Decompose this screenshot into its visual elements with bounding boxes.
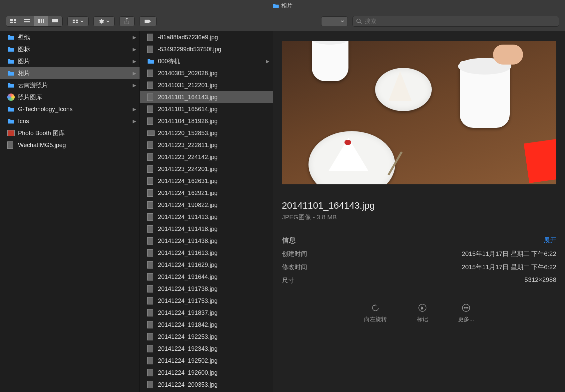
svg-point-22 xyxy=(465,307,466,308)
more-actions-button[interactable]: 更多... xyxy=(458,303,474,323)
file-row[interactable]: 20141224_191842.jpg xyxy=(140,319,273,331)
chevron-down-icon xyxy=(106,20,110,22)
dimensions-label: 尺寸 xyxy=(282,276,294,285)
svg-rect-2 xyxy=(10,22,13,23)
file-row[interactable]: 20141223_224201.jpg xyxy=(140,163,273,175)
svg-rect-17 xyxy=(76,21,78,23)
file-row[interactable]: -53492299db53750f.jpg xyxy=(140,43,273,55)
window-title: 相片 xyxy=(281,2,292,10)
titlebar: 相片 xyxy=(0,0,565,11)
file-icon xyxy=(147,178,155,184)
file-row[interactable]: 20141224_191629.jpg xyxy=(140,259,273,271)
expand-info-button[interactable]: 展开 xyxy=(544,236,556,245)
file-row[interactable]: 20141224_191613.jpg xyxy=(140,247,273,259)
row-label: 20141101_164143.jpg xyxy=(158,94,270,101)
group-by-button[interactable] xyxy=(67,16,89,26)
file-icon xyxy=(147,369,155,376)
rotate-left-button[interactable]: 向左旋转 xyxy=(364,303,387,323)
share-button[interactable] xyxy=(119,16,135,26)
file-icon xyxy=(147,274,155,280)
file-row[interactable]: 20140305_202028.jpg xyxy=(140,67,273,79)
file-icon xyxy=(147,82,155,89)
file-row[interactable]: Photo Booth 图库 xyxy=(0,127,140,139)
file-icon xyxy=(147,70,155,77)
file-row[interactable]: 20141224_191438.jpg xyxy=(140,235,273,247)
chevron-down-icon xyxy=(341,20,344,22)
file-row[interactable]: 20141220_152853.jpg xyxy=(140,127,273,139)
folder-row[interactable]: 云南游照片▶ xyxy=(0,79,140,91)
row-label: 云南游照片 xyxy=(18,81,129,89)
column-1[interactable]: 壁纸▶图标▶图片▶相片▶云南游照片▶照片图库G-Technology_Icons… xyxy=(0,31,140,392)
folder-row[interactable]: 图片▶ xyxy=(0,55,140,67)
file-row[interactable]: 20141223_222811.jpg xyxy=(140,139,273,151)
folder-icon xyxy=(7,82,15,89)
view-list-button[interactable] xyxy=(20,16,34,26)
svg-rect-9 xyxy=(43,19,44,23)
folder-row[interactable]: 壁纸▶ xyxy=(0,31,140,43)
chevron-right-icon: ▶ xyxy=(133,35,136,40)
folder-row[interactable]: Icns▶ xyxy=(0,115,140,127)
folder-row[interactable]: G-Technology_Icons▶ xyxy=(0,103,140,115)
file-row[interactable]: 20141101_164143.jpg xyxy=(140,91,273,103)
row-label: -53492299db53750f.jpg xyxy=(158,46,270,53)
chevron-right-icon: ▶ xyxy=(133,106,136,112)
column-2[interactable]: -81a88fad57236e9.jpg-53492299db53750f.jp… xyxy=(140,31,273,392)
search-field[interactable] xyxy=(352,16,559,27)
view-column-button[interactable] xyxy=(34,16,48,26)
search-input[interactable] xyxy=(365,18,555,25)
tags-button[interactable] xyxy=(139,16,157,26)
file-icon xyxy=(147,154,155,160)
folder-row[interactable]: 图标▶ xyxy=(0,43,140,55)
path-control[interactable] xyxy=(321,16,348,26)
file-row[interactable]: 20141224_192343.jpg xyxy=(140,343,273,355)
file-row[interactable]: 20141224_192502.jpg xyxy=(140,355,273,367)
file-row[interactable]: 20141224_192600.jpg xyxy=(140,367,273,379)
file-row[interactable]: -81a88fad57236e9.jpg xyxy=(140,31,273,43)
view-icon-button[interactable] xyxy=(6,16,20,26)
svg-rect-3 xyxy=(14,22,16,23)
file-row[interactable]: 20141223_224142.jpg xyxy=(140,151,273,163)
file-row[interactable]: 20141031_212201.jpg xyxy=(140,79,273,91)
file-row[interactable]: 20141224_191418.jpg xyxy=(140,223,273,235)
file-icon xyxy=(147,286,155,292)
svg-point-23 xyxy=(467,307,468,308)
file-icon xyxy=(147,106,155,112)
file-row[interactable]: 20141104_181926.jpg xyxy=(140,115,273,127)
gear-icon xyxy=(98,18,104,24)
file-row[interactable]: 20141101_165614.jpg xyxy=(140,103,273,115)
markup-button[interactable]: 标记 xyxy=(417,303,428,323)
folder-row[interactable]: 000待机▶ xyxy=(140,55,273,67)
file-icon xyxy=(147,166,155,172)
file-row[interactable]: 20141224_200353.jpg xyxy=(140,379,273,391)
file-row[interactable]: WechatIMG5.jpeg xyxy=(0,139,140,151)
preview-subtitle: JPEG图像 - 3.8 MB xyxy=(282,213,556,222)
svg-rect-13 xyxy=(56,23,58,23)
file-row[interactable]: 20141224_191837.jpg xyxy=(140,307,273,319)
file-icon xyxy=(147,94,155,100)
modified-value: 2015年11月17日 星期二 下午6:22 xyxy=(462,263,556,272)
file-row[interactable]: 20141224_190822.jpg xyxy=(140,199,273,211)
created-label: 创建时间 xyxy=(282,250,307,258)
file-row[interactable]: 20141224_192253.jpg xyxy=(140,331,273,343)
file-row[interactable]: 20141224_191413.jpg xyxy=(140,211,273,223)
folder-icon xyxy=(7,46,15,53)
file-icon xyxy=(147,250,155,256)
preview-image[interactable] xyxy=(282,41,556,184)
file-icon xyxy=(147,309,155,316)
file-row[interactable]: 20141224_191644.jpg xyxy=(140,271,273,283)
view-gallery-button[interactable] xyxy=(48,16,62,26)
created-value: 2015年11月17日 星期二 下午6:22 xyxy=(462,250,556,258)
file-row[interactable]: 20141224_191753.jpg xyxy=(140,295,273,307)
action-menu-button[interactable] xyxy=(93,16,115,26)
svg-rect-6 xyxy=(24,23,30,23)
svg-rect-4 xyxy=(24,19,30,20)
file-row[interactable]: 20141224_162921.jpg xyxy=(140,187,273,199)
svg-rect-7 xyxy=(38,19,40,23)
file-icon xyxy=(7,142,15,148)
file-icon xyxy=(147,357,155,364)
file-row[interactable]: 20141224_191738.jpg xyxy=(140,283,273,295)
folder-row[interactable]: 相片▶ xyxy=(0,67,140,79)
file-row[interactable]: 照片图库 xyxy=(0,91,140,103)
file-row[interactable]: 20141224_162631.jpg xyxy=(140,175,273,187)
chevron-right-icon: ▶ xyxy=(133,71,136,76)
